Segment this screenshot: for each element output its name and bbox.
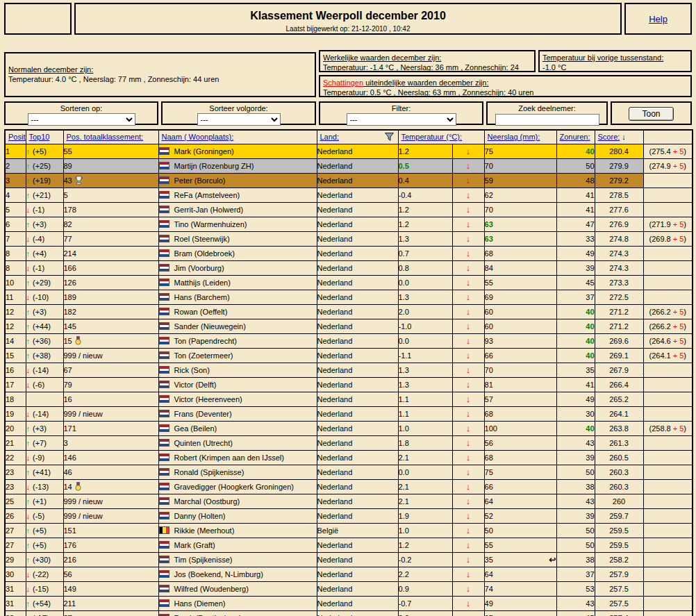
table-row: 23↑(+41)46Ronald (Spijkenisse)Nederland0… — [5, 465, 693, 479]
cell-zonuren: 49 — [556, 246, 595, 260]
trend-up-icon: ↑ — [26, 176, 31, 185]
help-box: Help — [624, 3, 692, 35]
cell-land: Nederland — [317, 363, 398, 377]
cell-top10: ↓(-1) — [26, 260, 63, 275]
cell-score: 272.5 — [595, 290, 643, 304]
cell-positie: 11 — [5, 290, 26, 304]
cell-score-breakdown — [643, 260, 693, 275]
cell-temperatuur: 1.2 — [398, 144, 452, 158]
leaderboard-table: Positie: Top10 Pos. totaalklassement: Na… — [4, 129, 693, 616]
cell-neerslag: 75 — [484, 465, 556, 479]
netherlands-flag-icon — [159, 249, 169, 257]
table-row: 31↑(+54)211Hans (Diemen)Nederland-0.7↓49… — [5, 596, 693, 610]
col-header-neerslag: Neerslag (mm): — [484, 130, 556, 144]
cell-temperatuur: 1.0 — [398, 421, 452, 435]
score-sort-link[interactable]: Score: — [598, 133, 620, 141]
participant-name: Roel (Steenwijk) — [174, 235, 230, 243]
cell-top10: ↓(-15) — [26, 581, 63, 596]
trend-delta: (+44) — [33, 322, 51, 331]
cell-top10: ↑(+4) — [26, 246, 63, 260]
search-input[interactable] — [495, 114, 599, 126]
cell-score: 257.4 — [595, 610, 643, 616]
table-row: 14↑(+36)15Ton (Papendrecht)Nederland0.0↓… — [5, 333, 693, 348]
cell-zonuren: 40 — [556, 319, 595, 333]
land-sort-link[interactable]: Land: — [320, 133, 340, 141]
cell-neerslag: 59 — [484, 173, 556, 188]
cell-zonuren: 38 — [556, 552, 595, 567]
filter-select[interactable]: --- — [347, 113, 456, 126]
cell-pos-totaal: 171 — [63, 421, 158, 435]
cell-land: Nederland — [317, 217, 398, 231]
trend-delta: (+21) — [33, 191, 51, 199]
cell-temperatuur: 1.9 — [398, 508, 452, 523]
cell-top10: ↑(+54) — [26, 596, 63, 610]
netherlands-flag-icon — [159, 395, 169, 403]
col-header-land: Land: — [317, 130, 398, 144]
show-button[interactable]: Toon — [629, 107, 673, 121]
bonus-points: + 5 — [673, 337, 684, 345]
cell-neerslag: 55 — [484, 538, 556, 552]
cell-positie: 26 — [5, 508, 26, 523]
cell-score-breakdown — [643, 494, 693, 508]
participant-name: Tim (Spijkenisse) — [174, 556, 233, 564]
zonuren-sort-link[interactable]: Zonuren: — [560, 133, 590, 141]
netherlands-flag-icon — [159, 147, 169, 155]
top10-sort-link[interactable]: Top10 — [29, 133, 50, 141]
temp-down-arrow-icon: ↓ — [452, 567, 484, 581]
cell-pos-totaal: 214 — [63, 246, 158, 260]
table-row: 25↑(+1)999 / nieuwMarchal (Oostburg)Nede… — [5, 494, 693, 508]
cell-zonuren: 41 — [556, 377, 595, 392]
cell-positie: 10 — [5, 275, 26, 290]
trend-up-icon: ↑ — [26, 278, 31, 287]
cell-land: Nederland — [317, 260, 398, 275]
cell-pos-totaal: 89 — [63, 158, 158, 173]
cell-top10: ↑(+41) — [26, 465, 63, 479]
neerslag-sort-link[interactable]: Neerslag (mm): — [488, 133, 540, 141]
temperatuur-sort-link[interactable]: Temperatuur (°C): — [401, 133, 463, 141]
cell-zonuren: 37 — [556, 567, 595, 581]
temp-down-arrow-icon: ↓ — [452, 435, 484, 450]
trend-down-icon: ↓ — [26, 264, 31, 272]
cell-score: 274.3 — [595, 260, 643, 275]
help-link[interactable]: Help — [649, 14, 668, 24]
cell-pos-totaal: 149 — [63, 581, 158, 596]
cell-zonuren: 33 — [556, 231, 595, 246]
filter-funnel-icon[interactable] — [385, 133, 394, 141]
cell-neerslag: 68 — [484, 450, 556, 465]
participant-name: Rikkie (Meerhout) — [174, 526, 235, 535]
search-label: Zoek deelnemer: — [488, 104, 606, 113]
pos-totaal-sort-link[interactable]: Pos. totaalklassement: — [67, 133, 144, 141]
cell-positie: 7 — [5, 231, 26, 246]
order-select[interactable]: --- — [197, 113, 281, 126]
cell-positie: 16 — [5, 363, 26, 377]
cell-neerslag: 70 — [484, 202, 556, 217]
cell-positie: 14 — [5, 333, 26, 348]
cell-neerslag: 62 — [484, 188, 556, 202]
schattingen-label-red: Schattingen — [323, 78, 363, 87]
cell-score-breakdown — [643, 363, 693, 377]
cell-temperatuur: 2.0 — [398, 304, 452, 319]
cell-score-breakdown: (264.6 + 5) — [643, 333, 693, 348]
cell-pos-totaal: 999 / nieuw — [63, 348, 158, 363]
netherlands-flag-icon — [159, 366, 169, 374]
cell-score-breakdown — [643, 290, 693, 304]
cell-top10: ↑(+5) — [26, 523, 63, 538]
cell-pos-totaal: 211 — [63, 596, 158, 610]
cell-land: Nederland — [317, 377, 398, 392]
sort-select[interactable]: --- — [28, 113, 135, 126]
netherlands-flag-icon — [159, 614, 169, 616]
cell-positie: 19 — [5, 406, 26, 421]
trend-delta: (+36) — [33, 337, 51, 345]
cell-land: Nederland — [317, 275, 398, 290]
cell-temperatuur: 1.3 — [398, 363, 452, 377]
table-row: 12↑(+3)182Rowan (Oeffelt)Nederland2.0↓60… — [5, 304, 693, 319]
temp-down-arrow-icon: ↓ — [452, 508, 484, 523]
cell-neerslag: 93 — [484, 333, 556, 348]
cell-positie: 8 — [5, 260, 26, 275]
positie-sort-link[interactable]: Positie: — [8, 133, 26, 141]
cell-score: 279.9 — [595, 158, 643, 173]
naam-sort-link[interactable]: Naam ( Woonplaats): — [162, 133, 234, 141]
cell-neerslag: 49 — [484, 596, 556, 610]
bonus-points: + 5 — [673, 351, 684, 360]
cell-neerslag: 52 — [484, 508, 556, 523]
